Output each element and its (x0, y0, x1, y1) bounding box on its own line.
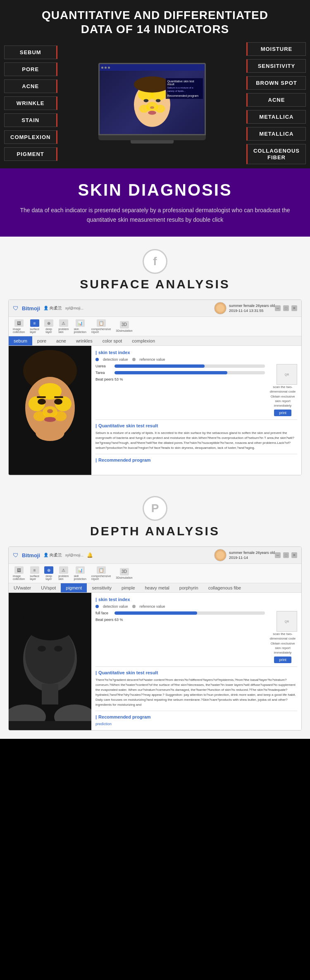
svg-rect-31 (42, 684, 58, 704)
depth-tool-deep[interactable]: ⊕ deeplayer (44, 566, 53, 580)
tool-comprehensive[interactable]: 📋 comprehensivereport (91, 319, 111, 333)
legend-row: detection value reference value (95, 357, 297, 362)
surface-app-logo: Bitmoji (22, 305, 40, 311)
user-date-time: 2019-11-14 13:31:55 (229, 308, 275, 314)
depth-print-button[interactable]: print (274, 657, 291, 663)
tarea-progress-bg (114, 371, 265, 374)
tool-surface-layer[interactable]: ≡ surfacelayer (30, 319, 39, 333)
close-btn[interactable]: ✕ (291, 305, 297, 311)
depth-icon: P (143, 496, 167, 521)
depth-results-panel: skin test index detection value referenc… (91, 593, 301, 730)
svg-point-9 (150, 106, 154, 109)
tool-problem-skin[interactable]: ⚠ problemskin (58, 319, 69, 333)
surface-avatar (214, 302, 227, 314)
tool-3d[interactable]: 3D 3Dsimulation (116, 321, 132, 332)
beat-text: Beat peers 53 % (95, 377, 265, 381)
depth-tab-uvspot[interactable]: UVspot (36, 583, 61, 592)
laptop-stand (131, 140, 174, 144)
depth-tab-sensitivity[interactable]: sensitivity (87, 583, 117, 592)
result-text: Sebum is a mixture of a variety of lipid… (95, 431, 297, 450)
minimize-btn[interactable]: ─ (275, 305, 281, 311)
surface-user-details: summer female 26years old 2019-11-14 13:… (229, 303, 275, 314)
fullface-progress-bg (114, 611, 265, 615)
tool-skin-prediction[interactable]: 📊 skinprediction (74, 319, 86, 333)
notification-icon: 🔔 (87, 552, 93, 558)
svg-point-4 (139, 105, 148, 113)
screen-dot-3 (108, 67, 110, 69)
svg-point-8 (155, 99, 160, 103)
svg-point-19 (54, 411, 67, 421)
svg-point-10 (148, 111, 156, 115)
indicator-sebum: SEBUM (4, 46, 57, 59)
surface-face-svg (9, 346, 91, 474)
indicators-layout: SEBUM PORE ACNE WRINKLE STAIN COMPLEXION… (4, 42, 306, 164)
depth-minimize-btn[interactable]: ─ (275, 552, 281, 558)
indicator-moisture: MOISTURE (246, 42, 306, 56)
surface-title-left: 🛡 Bitmoji 👤 向柔兰 xyl@moji... (13, 305, 83, 311)
depth-divider-2 (95, 711, 297, 711)
depth-tool-problem[interactable]: ⚠ problemskin (58, 566, 69, 580)
svg-rect-23 (54, 396, 63, 398)
surface-title: SURFACE ANALYSIS (8, 277, 302, 291)
tool-image-collection[interactable]: 🖼 imagecollection (13, 319, 25, 333)
depth-progress-area: full face Beat peers 63 % (95, 611, 265, 663)
diagnosis-title: SKIN DIAGNOSIS (17, 181, 293, 199)
indicator-pigment: PIGMENT (4, 147, 57, 161)
depth-tool-surface[interactable]: ≡ surfacelayer (30, 566, 39, 580)
maximize-btn[interactable]: □ (283, 305, 289, 311)
user-handle: xyl@moji... (65, 306, 83, 310)
deep-layer-icon: ⊕ (44, 319, 53, 327)
prediction-label: prediction (95, 722, 297, 726)
svg-rect-22 (37, 396, 46, 398)
depth-maximize-btn[interactable]: □ (283, 552, 289, 558)
problem-skin-icon: ⚠ (59, 319, 68, 327)
depth-tab-pimple[interactable]: pimple (117, 583, 140, 592)
depth-face-svg (9, 593, 91, 721)
divider-1 (95, 419, 297, 420)
fullface-row: full face (95, 611, 265, 615)
laptop-base (98, 135, 206, 140)
depth-close-btn[interactable]: ✕ (291, 552, 297, 558)
print-button[interactable]: print (274, 410, 291, 416)
svg-point-34 (54, 646, 62, 652)
screen-dot-2 (105, 67, 107, 69)
fullface-progress-fill (114, 611, 197, 615)
depth-tab-collagenous[interactable]: collagenous fibe (203, 583, 246, 592)
tab-complexion[interactable]: complexion (127, 336, 160, 345)
surface-titlebar: 🛡 Bitmoji 👤 向柔兰 xyl@moji... summer femal… (9, 300, 301, 317)
depth-legend-row: detection value reference value (95, 604, 297, 609)
depth-problem-icon: ⚠ (59, 566, 68, 574)
tool-deep-layer[interactable]: ⊕ deeplayer (44, 319, 53, 333)
screen-bar (100, 64, 205, 71)
tab-wrinkles[interactable]: wrinkles (71, 336, 98, 345)
indicators-section: QUANTITATIVE AND DIFFERENTIATED DATA OF … (0, 0, 310, 168)
depth-tool-comprehensive[interactable]: 📋 comprehensivereport (91, 566, 111, 580)
shield-icon: 🛡 (13, 305, 19, 311)
section1-title: QUANTITATIVE AND DIFFERENTIATED DATA OF … (4, 8, 306, 36)
tab-color-spot[interactable]: color spot (98, 336, 127, 345)
user-info-text: summer female 26years old (229, 303, 275, 309)
depth-divider-1 (95, 666, 297, 667)
depth-tab-heavy-metal[interactable]: heavy metal (140, 583, 174, 592)
svg-point-26 (36, 424, 64, 441)
indicator-pore: PORE (4, 62, 57, 76)
depth-tool-prediction[interactable]: 📊 skillprediction (74, 566, 86, 580)
indicator-acne-right: ACNE (246, 93, 306, 107)
depth-tab-pigment[interactable]: pigment (61, 583, 87, 592)
depth-tab-porphyrin[interactable]: porphyrin (174, 583, 203, 592)
uarea-progress-bg (114, 364, 265, 368)
depth-window-controls: ─ □ ✕ (275, 552, 297, 558)
svg-point-32 (23, 603, 77, 640)
tab-sebum[interactable]: sebum (9, 336, 32, 345)
depth-tool-3d[interactable]: 3D 3Dsimulation (116, 568, 132, 579)
depth-user-date-time: 2019-11-14 (229, 555, 275, 561)
tab-acne[interactable]: acne (51, 336, 71, 345)
depth-tab-uvwater[interactable]: UVwater (9, 583, 36, 592)
depth-tool-image[interactable]: 🖼 imagecollection (13, 566, 25, 580)
reference-dot (132, 358, 136, 361)
tab-pore[interactable]: pore (32, 336, 51, 345)
depth-surface-icon: ≡ (30, 566, 39, 574)
depth-result-text: There?is?a?gradient descent?of?water con… (95, 678, 297, 707)
indicator-acne-left: ACNE (4, 79, 57, 93)
laptop-screen: Quantitative skin test result Sebum is a… (98, 63, 206, 135)
